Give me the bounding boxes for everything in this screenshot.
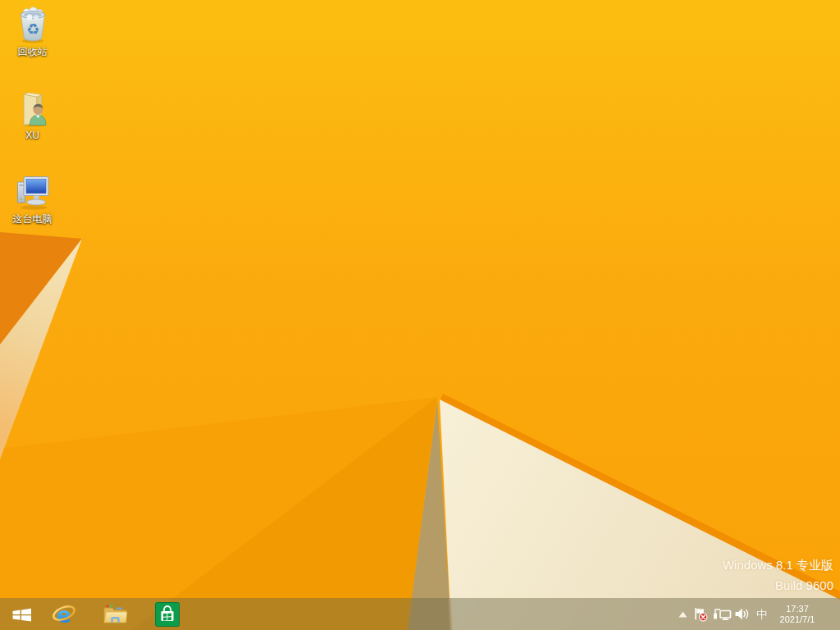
- taskbar-app-windows-store[interactable]: [151, 598, 184, 630]
- show-hidden-icons-button[interactable]: [676, 598, 689, 630]
- windows-store-icon: [155, 602, 180, 627]
- internet-explorer-icon: e: [51, 601, 77, 628]
- taskbar: e: [0, 598, 840, 630]
- network-icon: [713, 607, 732, 621]
- svg-text:♻: ♻: [25, 21, 39, 38]
- speaker-icon: [734, 607, 750, 621]
- clock-date: 2021/7/1: [780, 614, 815, 625]
- volume-button[interactable]: [733, 598, 751, 630]
- watermark-build: Build 9600: [723, 575, 833, 596]
- this-pc-icon: [13, 171, 52, 212]
- taskbar-app-file-explorer[interactable]: [98, 598, 131, 630]
- start-button[interactable]: [3, 598, 39, 630]
- clock-time: 17:37: [786, 604, 809, 614]
- taskbar-app-internet-explorer[interactable]: e: [48, 598, 80, 630]
- file-explorer-icon: [103, 601, 128, 627]
- taskbar-clock[interactable]: 17:37 2021/7/1: [772, 598, 823, 630]
- flag-alert-icon: [692, 606, 709, 622]
- desktop-icon-recycle-bin[interactable]: ♻ 回收站: [2, 3, 63, 57]
- ime-language-indicator[interactable]: 中: [754, 598, 770, 630]
- windows-edition-watermark: Windows 8.1 专业版 Build 9600: [723, 555, 833, 596]
- desktop-icon-this-pc[interactable]: 这台电脑: [2, 171, 63, 225]
- desktop-icon-label: XU: [25, 130, 39, 141]
- chevron-up-icon: [678, 611, 687, 618]
- action-center-button[interactable]: [692, 598, 710, 630]
- desktop-icon-label: 回收站: [18, 46, 48, 57]
- desktop[interactable]: ♻ 回收站 XU: [0, 0, 840, 630]
- user-folder-icon: [13, 87, 52, 128]
- watermark-edition: Windows 8.1 专业版: [723, 555, 833, 575]
- ime-indicator-text: 中: [756, 609, 768, 620]
- recycle-bin-icon: ♻: [13, 3, 52, 44]
- network-status-button[interactable]: [712, 598, 732, 630]
- desktop-icon-user-folder[interactable]: XU: [2, 87, 63, 141]
- wallpaper-image: [0, 0, 840, 630]
- desktop-icon-label: 这台电脑: [13, 213, 52, 225]
- windows-logo-icon: [11, 605, 32, 623]
